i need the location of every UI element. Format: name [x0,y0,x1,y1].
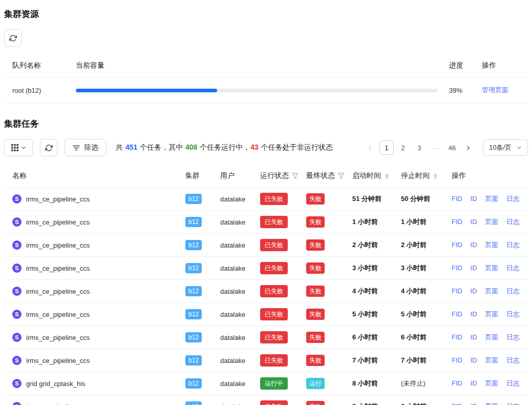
page-link[interactable]: 页面 [485,356,498,364]
final-status-badge: 失败 [306,262,325,274]
page-link[interactable]: 页面 [485,379,498,387]
tasks-table-header: 名称 集群 用户 运行状态 最终状态 启动时间 停止时间 [4,165,528,188]
sort-icon[interactable] [433,173,438,179]
cluster-tag: b12 [185,194,202,204]
start-time: 8 小时前 [348,402,397,405]
stop-time: 50 分钟前 [397,194,446,204]
filter-button-label: 筛选 [84,143,98,152]
summary-text-1: 共 [116,143,125,151]
stop-time: 5 小时前 [397,310,446,319]
tasks-refresh-button[interactable] [40,139,57,156]
log-link[interactable]: 日志 [506,402,520,405]
page-link[interactable]: 页面 [485,310,498,318]
run-status-badge: 已失败 [260,354,288,367]
fid-link[interactable]: FID [452,356,462,364]
id-link[interactable]: ID [471,287,477,295]
id-link[interactable]: ID [471,333,477,341]
spark-avatar-icon: S [12,356,22,365]
spark-avatar-icon: S [12,287,22,296]
id-link[interactable]: ID [471,241,477,249]
page-size-value: 10条/页 [489,143,512,152]
log-link[interactable]: 日志 [506,264,520,272]
task-name: irms_ce_pipeline_ccs [26,288,90,295]
page-link[interactable]: 页面 [485,264,498,272]
spark-avatar-icon: S [12,217,22,227]
spark-avatar-icon: S [12,264,22,273]
id-link[interactable]: ID [471,379,477,387]
page-link[interactable]: 页面 [485,241,498,249]
log-link[interactable]: 日志 [506,310,520,318]
prev-page-button[interactable] [363,140,377,155]
page-46-button[interactable]: 46 [445,140,459,155]
id-link[interactable]: ID [471,356,477,364]
final-status-badge: 失败 [306,309,325,320]
fid-link[interactable]: FID [452,218,462,226]
tasks-table: 名称 集群 用户 运行状态 最终状态 启动时间 停止时间 [4,165,528,405]
cluster-tag: b12 [185,309,202,319]
stop-time: 1 小时前 [397,217,446,227]
chevron-left-icon [367,145,373,151]
id-link[interactable]: ID [471,218,477,226]
start-time: 8 小时前 [348,379,397,388]
page-link[interactable]: 页面 [485,333,498,341]
task-user: datalake [217,334,256,341]
task-row: S irms_ce_pipeline_ccs b12 datalake 已失败 … [4,234,528,257]
page-2-button[interactable]: 2 [396,140,410,155]
log-link[interactable]: 日志 [506,356,520,364]
page-link[interactable]: 页面 [485,287,498,295]
stop-time: 2 小时前 [397,240,446,250]
task-row: S irms_ce_pipeline_ccs b12 datalake 已失败 … [4,349,528,372]
chevron-down-icon [517,145,522,150]
task-row: S irms_ce_pipeline_ccs b12 datalake 已失败 … [4,188,528,211]
fid-link[interactable]: FID [452,241,462,249]
funnel-filter-icon[interactable] [338,173,345,179]
task-name: irms_ce_pipeline_ccs [26,334,90,341]
task-name: irms_ce_pipeline_ccs [26,311,90,318]
col-stop-time[interactable]: 停止时间 [397,171,446,180]
fid-link[interactable]: FID [452,379,462,387]
task-row: S irms_ce_pipeline_ccs b12 datalake 已失败 … [4,280,528,303]
fid-link[interactable]: FID [452,310,462,318]
cluster-tag: b12 [185,401,202,405]
fid-link[interactable]: FID [452,333,462,341]
page-link[interactable]: 页面 [485,218,498,226]
fid-link[interactable]: FID [452,264,462,272]
fid-link[interactable]: FID [452,402,462,405]
run-status-badge: 已失败 [260,331,288,343]
id-link[interactable]: ID [471,264,477,272]
log-link[interactable]: 日志 [506,333,520,341]
fid-link[interactable]: FID [452,195,462,202]
page-size-select[interactable]: 10条/页 [483,139,528,156]
page-3-button[interactable]: 3 [412,140,427,155]
column-settings-button[interactable] [4,139,33,156]
task-user: datalake [217,311,256,318]
page-link[interactable]: 页面 [485,195,498,202]
sort-icon[interactable] [385,173,389,179]
page-link[interactable]: 页面 [485,402,498,405]
col-run-status[interactable]: 运行状态 [256,171,302,180]
page-ellipsis[interactable]: ··· [429,140,443,155]
resources-refresh-button[interactable] [4,29,22,47]
final-status-badge: 失败 [306,401,325,405]
task-row: S grid grid_cptask_his b12 datalake 运行中 … [4,372,528,395]
id-link[interactable]: ID [471,402,477,405]
fid-link[interactable]: FID [452,287,462,295]
next-page-button[interactable] [461,140,476,155]
id-link[interactable]: ID [471,310,477,318]
page-1-button[interactable]: 1 [379,140,394,155]
log-link[interactable]: 日志 [506,379,520,387]
col-final-status[interactable]: 最终状态 [302,171,348,180]
spark-avatar-icon: S [12,240,22,250]
log-link[interactable]: 日志 [506,218,520,226]
log-link[interactable]: 日志 [506,195,520,202]
col-start-time[interactable]: 启动时间 [348,171,397,180]
manage-page-link[interactable]: 管理页面 [482,86,508,94]
id-link[interactable]: ID [471,195,477,202]
log-link[interactable]: 日志 [506,287,520,295]
filter-button[interactable]: 筛选 [65,139,107,156]
start-time: 51 分钟前 [348,194,397,204]
spark-avatar-icon: S [12,310,22,319]
funnel-filter-icon[interactable] [292,173,299,179]
task-name: irms_ce_pipeline_ccs [26,241,90,249]
log-link[interactable]: 日志 [506,241,520,249]
